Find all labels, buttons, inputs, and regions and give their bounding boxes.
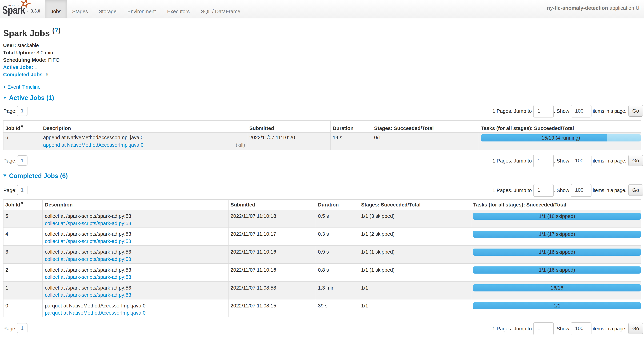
svg-text:TM: TM [26, 11, 28, 12]
